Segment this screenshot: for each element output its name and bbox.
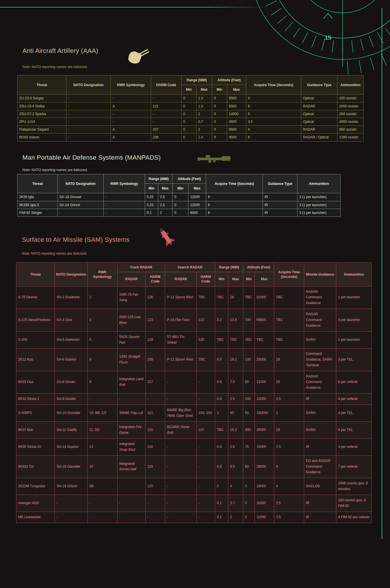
table-cell: - bbox=[197, 455, 215, 478]
table-cell: - bbox=[117, 512, 146, 523]
table-cell: TBC bbox=[243, 286, 255, 309]
table-cell: - bbox=[146, 394, 165, 405]
table-row: ZU-23-3 Sergey---01.3065004Optical100 ro… bbox=[18, 94, 364, 102]
table-row: M163 Vulcan-A20801.4045006RADAR / Optica… bbox=[18, 134, 364, 141]
table-cell: - bbox=[55, 495, 88, 512]
table-cell: IR bbox=[263, 209, 298, 216]
table-cell: 7 per vehicle bbox=[336, 455, 372, 478]
table-cell: - bbox=[88, 495, 117, 512]
table-cell: 2 bbox=[228, 512, 243, 523]
table-cell: M163 Vulcan bbox=[18, 134, 66, 141]
table-cell: TBC bbox=[215, 421, 228, 438]
table-cell: TBC bbox=[243, 332, 255, 349]
table-cell: 6.5 bbox=[228, 455, 243, 478]
table-cell: - bbox=[66, 102, 111, 110]
table-row: 9K37 BukSA-11 Gadfly11, SDIntegrated Fir… bbox=[16, 421, 372, 438]
table-cell: 2.5 bbox=[158, 193, 173, 201]
table-cell: 207 bbox=[151, 126, 182, 134]
table-cell: EO and RADAR Command Guidance bbox=[304, 455, 336, 478]
table-cell: - bbox=[146, 495, 165, 512]
table-cell: RADAR bbox=[301, 126, 337, 134]
column-header: Min bbox=[215, 272, 228, 286]
table-cell: 9S18M1 Snow Drift bbox=[165, 421, 197, 438]
table-cell: - bbox=[197, 512, 215, 523]
table-cell: - bbox=[165, 394, 197, 405]
table-cell: 30N6E Flap Lid bbox=[117, 405, 146, 422]
section-note-manpads: Note: NATO reporting names are italicize… bbox=[22, 168, 88, 172]
table-cell: - bbox=[104, 201, 145, 209]
table-cell: 11000 bbox=[255, 512, 274, 523]
table-row: 2K22M TunguskaSA-19 GrisonS6-120--040160… bbox=[16, 478, 372, 495]
table-cell: 0 bbox=[243, 512, 255, 523]
table-cell: IR bbox=[304, 394, 336, 405]
table-cell: SA-13 Gopher bbox=[55, 438, 88, 455]
table-cell: Optical bbox=[301, 94, 337, 102]
table-cell: Flakpanzer Gepard bbox=[18, 126, 66, 134]
table-row: 9K338 Igla-SSA-24 Grinch-0.252.50120006I… bbox=[18, 201, 341, 209]
table-cell: 180 rounds gun, 8 FIM-92 bbox=[336, 495, 372, 512]
table-cell: IR bbox=[304, 512, 336, 523]
table-cell: ST-68U Tin Shield bbox=[165, 332, 197, 349]
table-cell: 0 bbox=[173, 201, 188, 209]
table-cell: 0 bbox=[212, 110, 227, 118]
table-cell: 0.8 bbox=[215, 455, 228, 478]
table-cell: - bbox=[88, 394, 117, 405]
table-cell: SA-24 Grinch bbox=[58, 201, 104, 209]
table-cell: SA-9 Gaskin bbox=[55, 394, 88, 405]
table-cell: 660 rounds bbox=[337, 126, 364, 134]
table-cell: - bbox=[66, 94, 111, 102]
table-cell: 1.4 bbox=[196, 134, 212, 141]
table-cell: TBC bbox=[255, 332, 274, 349]
table-cell: 3 (1 per launcher) bbox=[298, 209, 341, 216]
table-cell: 3 bbox=[274, 405, 304, 422]
table-cell: - bbox=[151, 94, 182, 102]
table-cell: 119 bbox=[146, 455, 165, 478]
column-header: Threat bbox=[18, 174, 58, 193]
table-cell: - bbox=[165, 455, 197, 478]
table-cell: 15000 bbox=[255, 438, 274, 455]
table-cell: S-200 bbox=[16, 332, 55, 349]
column-header: Altitude (Feet) bbox=[243, 263, 274, 272]
table-cell: SNR-75 Fan Song bbox=[117, 286, 146, 309]
table-cell: - bbox=[111, 110, 151, 118]
table-cell: RADAR / Optical bbox=[301, 134, 337, 141]
table-cell: 208 bbox=[151, 134, 182, 141]
table-cell: 0 bbox=[173, 193, 188, 201]
table-cell: 4 per vehicle bbox=[336, 394, 372, 405]
table-cell: SA-19 Grison bbox=[55, 478, 88, 495]
table-cell: S-125 Neva/Pechora bbox=[16, 309, 55, 332]
table-cell: - bbox=[197, 394, 215, 405]
table-cell: 0 bbox=[182, 102, 196, 110]
table-cell: RADAR Command Guidance bbox=[304, 286, 336, 309]
table-cell: 4 FIM-92 per vehicle bbox=[336, 512, 372, 523]
table-cell: 12000 bbox=[255, 394, 274, 405]
table-cell: 9K31 Strela-1 bbox=[16, 394, 55, 405]
table-cell: ZU-23-3 Sergey bbox=[18, 94, 66, 102]
table-row: ZSU-57-2 Sparka---020140005Optical254 ro… bbox=[18, 110, 364, 118]
column-header: HARM Code bbox=[197, 272, 215, 286]
column-header: HARM Code bbox=[146, 272, 165, 286]
sam-table: ThreatNATO DesignationRWR SymbologyTrack… bbox=[16, 262, 372, 523]
table-cell: 6 bbox=[206, 209, 263, 216]
table-cell: 1 per launcher bbox=[336, 332, 372, 349]
column-header: Ammunition bbox=[336, 263, 372, 287]
page-number: 15 bbox=[325, 34, 331, 41]
table-cell: 5N26 Square Pair bbox=[117, 332, 146, 349]
table-cell: - bbox=[104, 193, 145, 201]
table-row: 9K31 Strela-1SA-9 Gaskin-----0.42.510012… bbox=[16, 394, 372, 405]
table-cell: - bbox=[104, 209, 145, 216]
table-cell: S-300PS bbox=[16, 405, 55, 422]
table-cell: 107 bbox=[197, 421, 215, 438]
table-cell: 2K22M Tunguska bbox=[16, 478, 55, 495]
column-header: Max bbox=[158, 184, 173, 193]
table-cell: - bbox=[151, 110, 182, 118]
table-cell: 2 bbox=[88, 286, 117, 309]
table-cell: 0 bbox=[182, 118, 196, 125]
table-cell: 5 bbox=[88, 332, 117, 349]
column-header: Altitude (Feet) bbox=[212, 76, 246, 85]
table-cell: 9500 bbox=[227, 126, 246, 134]
table-row: 9K33 OsaSA-8 Gecko8Integrated Land Roll1… bbox=[16, 371, 372, 394]
table-cell: - bbox=[146, 512, 165, 523]
table-cell: 5 bbox=[246, 110, 301, 118]
table-cell: - bbox=[165, 478, 197, 495]
